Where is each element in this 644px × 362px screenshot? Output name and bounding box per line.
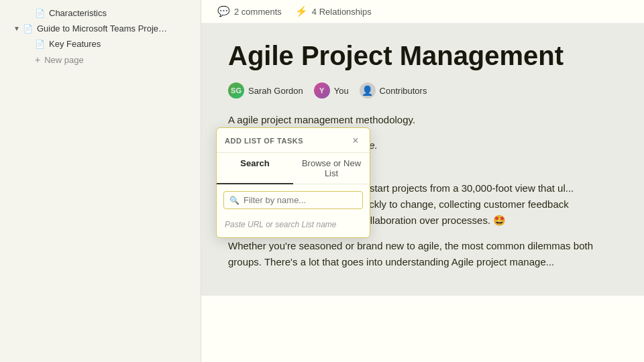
modal-hint: Paste URL or search List name [217,216,370,237]
add-list-modal: ADD LIST OF TASKS × Search Browse or New… [216,127,370,238]
modal-header: ADD LIST OF TASKS × [217,128,370,153]
modal-title: ADD LIST OF TASKS [225,137,303,145]
top-bar: 💬 2 comments ⚡ 4 Relationships [201,0,644,23]
sidebar-item-characteristics[interactable]: 📄 Characteristics [0,5,201,21]
relationship-icon: ⚡ [295,5,308,17]
modal-close-button[interactable]: × [350,135,362,147]
search-icon: 🔍 [229,196,239,205]
plus-icon: + [35,54,40,65]
search-input-wrapper: 🔍 [223,191,363,209]
tab-browse[interactable]: Browse or New List [293,153,370,184]
filter-input[interactable] [244,195,357,205]
page-icon: 📄 [35,9,45,18]
sidebar: 📄 Characteristics ▼ 📄 Guide to Microsoft… [0,0,201,362]
main-content: 💬 2 comments ⚡ 4 Relationships Agile Pro… [201,0,644,362]
modal-tabs: Search Browse or New List [217,153,370,184]
comment-icon: 💬 [217,5,230,17]
sidebar-item-key-features[interactable]: 📄 Key Features [0,36,201,52]
new-page-button[interactable]: + New page [0,52,201,68]
page-content: Agile Project Management SG Sarah Gordon… [201,23,644,296]
comments-button[interactable]: 💬 2 comments [217,5,282,17]
modal-search-section: 🔍 [217,184,370,216]
modal-overlay: ADD LIST OF TASKS × Search Browse or New… [201,23,644,296]
tab-search[interactable]: Search [217,153,293,184]
page-icon: 📄 [35,40,45,49]
sidebar-item-guide[interactable]: ▼ 📄 Guide to Microsoft Teams Project... [0,21,201,36]
page-icon: 📄 [23,24,33,34]
expand-arrow-icon[interactable]: ▼ [13,25,20,32]
relationships-button[interactable]: ⚡ 4 Relationships [295,5,372,17]
